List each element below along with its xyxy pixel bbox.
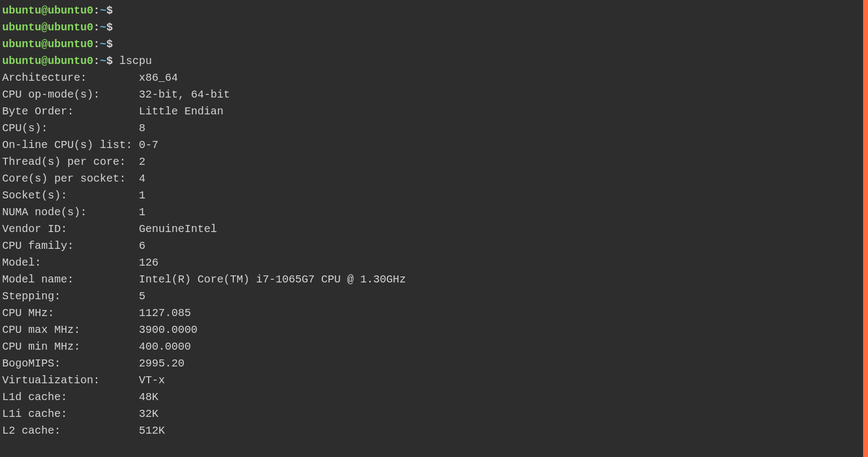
- prompt-dollar: $: [106, 55, 113, 67]
- prompt-colon: :: [93, 38, 100, 50]
- output-row: L2 cache: 512K: [2, 422, 868, 439]
- prompt-user-host: ubuntu@ubuntu0: [2, 4, 93, 17]
- output-value: Intel(R) Core(TM) i7-1065G7 CPU @ 1.30GH…: [139, 273, 406, 286]
- output-value: 6: [139, 240, 145, 252]
- output-label: Model:: [2, 256, 139, 269]
- output-label: On-line CPU(s) list:: [2, 139, 139, 151]
- terminal-viewport[interactable]: ubuntu@ubuntu0:~$ ubuntu@ubuntu0:~$ ubun…: [2, 2, 868, 439]
- output-label: Thread(s) per core:: [2, 156, 139, 168]
- output-value: 48K: [139, 391, 158, 403]
- prompt-path: ~: [100, 38, 106, 50]
- output-row: CPU op-mode(s): 32-bit, 64-bit: [2, 86, 868, 103]
- output-label: CPU family:: [2, 240, 139, 252]
- output-label: CPU max MHz:: [2, 324, 139, 336]
- output-value: Little Endian: [139, 105, 224, 118]
- output-row: Core(s) per socket: 4: [2, 170, 868, 187]
- scrollbar-vertical[interactable]: [863, 0, 868, 457]
- output-row: On-line CPU(s) list: 0-7: [2, 137, 868, 153]
- scrollbar-thumb[interactable]: [863, 0, 868, 457]
- output-value: 1: [139, 206, 145, 218]
- prompt-user-host: ubuntu@ubuntu0: [2, 55, 93, 67]
- output-label: Socket(s):: [2, 189, 139, 202]
- output-value: 126: [139, 256, 158, 269]
- output-value: 0-7: [139, 139, 158, 151]
- output-row: L1i cache: 32K: [2, 405, 868, 422]
- output-value: 4: [139, 172, 145, 185]
- output-row: Thread(s) per core: 2: [2, 153, 868, 170]
- output-row: Virtualization: VT-x: [2, 372, 868, 389]
- output-value: x86_64: [139, 72, 178, 84]
- prompt-colon: :: [93, 21, 100, 34]
- output-row: CPU(s): 8: [2, 120, 868, 137]
- output-row: BogoMIPS: 2995.20: [2, 355, 868, 372]
- prompt-dollar: $: [106, 21, 113, 34]
- prompt-dollar: $: [106, 38, 113, 50]
- output-label: L2 cache:: [2, 424, 139, 437]
- output-row: Model: 126: [2, 254, 868, 271]
- prompt-colon: :: [93, 4, 100, 17]
- output-label: Virtualization:: [2, 374, 139, 387]
- output-label: Stepping:: [2, 290, 139, 302]
- prompt-path: ~: [100, 4, 106, 17]
- output-value: 8: [139, 122, 145, 134]
- output-value: 5: [139, 290, 145, 302]
- output-value: 32-bit, 64-bit: [139, 88, 230, 101]
- prompt-colon: :: [93, 55, 100, 67]
- output-row: Vendor ID: GenuineIntel: [2, 221, 868, 237]
- output-label: CPU min MHz:: [2, 340, 139, 353]
- prompt-line-command: ubuntu@ubuntu0:~$ lscpu: [2, 53, 868, 69]
- output-row: Model name: Intel(R) Core(TM) i7-1065G7 …: [2, 271, 868, 288]
- command-text: lscpu: [119, 55, 152, 67]
- prompt-line-empty-3: ubuntu@ubuntu0:~$: [2, 36, 868, 53]
- output-row: CPU family: 6: [2, 237, 868, 254]
- output-label: CPU MHz:: [2, 307, 139, 319]
- command-output: Architecture: x86_64CPU op-mode(s): 32-b…: [2, 69, 868, 439]
- output-row: CPU MHz: 1127.085: [2, 305, 868, 321]
- output-value: 2995.20: [139, 357, 184, 370]
- prompt-path: ~: [100, 21, 106, 34]
- output-label: L1d cache:: [2, 391, 139, 403]
- output-row: L1d cache: 48K: [2, 389, 868, 405]
- output-row: CPU max MHz: 3900.0000: [2, 321, 868, 338]
- prompt-user-host: ubuntu@ubuntu0: [2, 21, 93, 34]
- output-value: VT-x: [139, 374, 165, 387]
- output-row: CPU min MHz: 400.0000: [2, 338, 868, 355]
- output-value: GenuineIntel: [139, 223, 217, 235]
- output-label: Byte Order:: [2, 105, 139, 118]
- prompt-line-empty-2: ubuntu@ubuntu0:~$: [2, 19, 868, 36]
- output-value: 3900.0000: [139, 324, 197, 336]
- output-value: 1: [139, 189, 145, 202]
- output-row: NUMA node(s): 1: [2, 204, 868, 221]
- output-value: 512K: [139, 424, 165, 437]
- output-label: CPU op-mode(s):: [2, 88, 139, 101]
- output-label: NUMA node(s):: [2, 206, 139, 218]
- output-label: Architecture:: [2, 72, 139, 84]
- output-row: Architecture: x86_64: [2, 69, 868, 86]
- output-value: 2: [139, 156, 145, 168]
- output-value: 400.0000: [139, 340, 191, 353]
- output-row: Stepping: 5: [2, 288, 868, 305]
- prompt-path: ~: [100, 55, 106, 67]
- output-value: 32K: [139, 408, 158, 420]
- output-row: Byte Order: Little Endian: [2, 103, 868, 120]
- output-label: CPU(s):: [2, 122, 139, 134]
- prompt-user-host: ubuntu@ubuntu0: [2, 38, 93, 50]
- output-row: Socket(s): 1: [2, 187, 868, 204]
- output-label: L1i cache:: [2, 408, 139, 420]
- output-label: Vendor ID:: [2, 223, 139, 235]
- output-label: BogoMIPS:: [2, 357, 139, 370]
- output-label: Model name:: [2, 273, 139, 286]
- output-value: 1127.085: [139, 307, 191, 319]
- prompt-line-empty-1: ubuntu@ubuntu0:~$: [2, 2, 868, 19]
- prompt-dollar: $: [106, 4, 113, 17]
- output-label: Core(s) per socket:: [2, 172, 139, 185]
